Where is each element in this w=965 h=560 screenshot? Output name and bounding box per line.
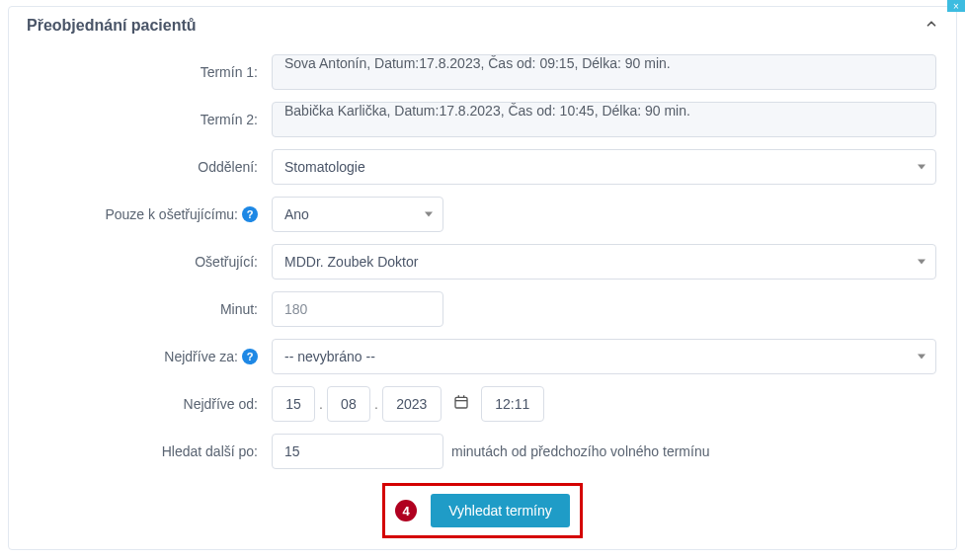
minut-input <box>272 291 443 327</box>
termin2-field: Babička Karlička, Datum:17.8.2023, Čas o… <box>272 102 936 137</box>
row-osetrujici: Ošetřující: MDDr. Zoubek Doktor <box>29 244 936 280</box>
chevron-down-icon <box>918 355 925 360</box>
oddeleni-select[interactable]: Stomatologie <box>272 149 936 185</box>
svg-rect-0 <box>455 397 467 408</box>
chevron-down-icon <box>918 260 925 265</box>
pouze-osetrujici-value: Ano <box>284 206 309 222</box>
label-termin1: Termín 1: <box>29 64 272 80</box>
hledat-dalsi-po-input[interactable] <box>272 434 443 469</box>
date-month-input[interactable] <box>327 386 370 422</box>
date-day-input[interactable] <box>272 386 315 422</box>
label-nejdrive-za: Nejdříve za: <box>164 349 238 364</box>
form: Termín 1: Sova Antonín, Datum:17.8.2023,… <box>9 44 956 558</box>
label-pouze-osetrujici: Pouze k ošetřujícímu: <box>105 206 238 222</box>
panel-header: Přeobjednání pacientů <box>9 7 956 44</box>
highlight-box: 4 Vyhledat termíny <box>382 483 583 538</box>
search-terms-button[interactable]: Vyhledat termíny <box>431 494 570 527</box>
label-nejdrive-od: Nejdříve od: <box>29 396 272 412</box>
help-icon[interactable]: ? <box>242 349 258 364</box>
label-hledat-dalsi-po: Hledat další po: <box>29 443 272 459</box>
oddeleni-value: Stomatologie <box>284 159 365 175</box>
row-oddeleni: Oddělení: Stomatologie <box>29 149 936 185</box>
termin1-field: Sova Antonín, Datum:17.8.2023, Čas od: 0… <box>272 54 936 90</box>
row-termin1: Termín 1: Sova Antonín, Datum:17.8.2023,… <box>29 54 936 90</box>
chevron-down-icon <box>425 212 433 217</box>
calendar-icon[interactable] <box>447 394 475 414</box>
row-nejdrive-od: Nejdříve od: . . <box>29 386 936 422</box>
collapse-chevron-icon[interactable] <box>925 17 938 35</box>
row-minut: Minut: <box>29 291 936 327</box>
row-pouze-osetrujici: Pouze k ošetřujícímu: ? Ano <box>29 197 936 232</box>
hledat-suffix-text: minutách od předchozího volného termínu <box>451 443 710 459</box>
date-year-input[interactable] <box>382 386 442 422</box>
pouze-osetrujici-select[interactable]: Ano <box>272 197 443 232</box>
time-input[interactable] <box>481 386 544 422</box>
osetrujici-select[interactable]: MDDr. Zoubek Doktor <box>272 244 936 280</box>
label-minut: Minut: <box>29 301 272 317</box>
label-osetrujici: Ošetřující: <box>29 254 272 270</box>
nejdrive-za-value: -- nevybráno -- <box>284 349 375 364</box>
label-termin2: Termín 2: <box>29 112 272 127</box>
row-termin2: Termín 2: Babička Karlička, Datum:17.8.2… <box>29 102 936 137</box>
nejdrive-za-select[interactable]: -- nevybráno -- <box>272 339 936 374</box>
step-badge: 4 <box>395 500 417 521</box>
panel-title: Přeobjednání pacientů <box>27 17 197 35</box>
close-icon[interactable]: × <box>947 0 965 12</box>
help-icon[interactable]: ? <box>242 206 258 222</box>
label-oddeleni: Oddělení: <box>29 159 272 175</box>
osetrujici-value: MDDr. Zoubek Doktor <box>284 254 418 270</box>
chevron-down-icon <box>918 165 925 170</box>
row-hledat-dalsi-po: Hledat další po: minutách od předchozího… <box>29 434 936 469</box>
reschedule-panel: Přeobjednání pacientů Termín 1: Sova Ant… <box>8 6 957 550</box>
submit-row: 4 Vyhledat termíny <box>29 483 936 538</box>
row-nejdrive-za: Nejdříve za: ? -- nevybráno -- <box>29 339 936 374</box>
